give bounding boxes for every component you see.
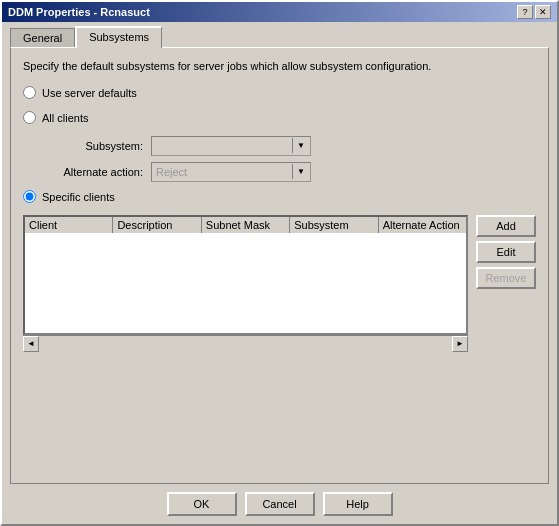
table-wrapper: Client Description Subnet Mask Subsystem…	[23, 215, 468, 335]
alternate-action-label: Alternate action:	[43, 166, 143, 178]
alternate-action-field-row: Alternate action: Reject	[43, 162, 536, 182]
radio-use-server-defaults-label: Use server defaults	[42, 87, 137, 99]
table-body	[25, 233, 466, 333]
bottom-bar: OK Cancel Help	[2, 484, 557, 524]
subsystem-field-row: Subsystem:	[43, 136, 536, 156]
add-button[interactable]: Add	[476, 215, 536, 237]
subsystem-label: Subsystem:	[43, 140, 143, 152]
alternate-action-select-wrapper: Reject	[151, 162, 311, 182]
alternate-action-select[interactable]: Reject	[151, 162, 311, 182]
table-container: Client Description Subnet Mask Subsystem…	[23, 215, 468, 351]
subsystem-select[interactable]	[151, 136, 311, 156]
table-header-row: Client Description Subnet Mask Subsystem…	[25, 217, 466, 233]
title-bar-buttons: ? ✕	[517, 5, 551, 19]
window-title: DDM Properties - Rcnasuct	[8, 6, 150, 18]
col-client: Client	[25, 217, 113, 233]
scroll-left-button[interactable]: ◄	[23, 336, 39, 352]
ok-button[interactable]: OK	[167, 492, 237, 516]
tab-general[interactable]: General	[10, 28, 75, 47]
clients-content: Client Description Subnet Mask Subsystem…	[23, 215, 536, 351]
horizontal-scrollbar: ◄ ►	[23, 335, 468, 351]
edit-button[interactable]: Edit	[476, 241, 536, 263]
cancel-button[interactable]: Cancel	[245, 492, 315, 516]
scroll-right-button[interactable]: ►	[452, 336, 468, 352]
help-button[interactable]: Help	[323, 492, 393, 516]
tab-subsystems[interactable]: Subsystems	[75, 26, 162, 48]
remove-button[interactable]: Remove	[476, 267, 536, 289]
tab-bar: General Subsystems	[2, 22, 557, 47]
col-subnet-mask: Subnet Mask	[202, 217, 290, 233]
col-alternate-action: Alternate Action	[379, 217, 466, 233]
close-title-button[interactable]: ✕	[535, 5, 551, 19]
radio-all-clients-label: All clients	[42, 112, 88, 124]
radio-use-server-defaults-row: Use server defaults	[23, 86, 536, 99]
side-buttons: Add Edit Remove	[476, 215, 536, 351]
col-subsystem: Subsystem	[290, 217, 378, 233]
col-description: Description	[113, 217, 201, 233]
help-title-button[interactable]: ?	[517, 5, 533, 19]
main-window: DDM Properties - Rcnasuct ? ✕ General Su…	[0, 0, 559, 526]
radio-specific-clients[interactable]	[23, 190, 36, 203]
radio-specific-clients-row: Specific clients	[23, 190, 536, 203]
subsystem-section: Subsystem: Alternate action: Reject	[43, 136, 536, 182]
title-bar: DDM Properties - Rcnasuct ? ✕	[2, 2, 557, 22]
radio-use-server-defaults[interactable]	[23, 86, 36, 99]
subsystem-select-wrapper	[151, 136, 311, 156]
content-area: Specify the default subsystems for serve…	[10, 47, 549, 484]
radio-all-clients[interactable]	[23, 111, 36, 124]
radio-specific-clients-label: Specific clients	[42, 191, 115, 203]
scroll-track[interactable]	[39, 336, 452, 351]
description-text: Specify the default subsystems for serve…	[23, 60, 536, 72]
radio-all-clients-row: All clients	[23, 111, 536, 124]
